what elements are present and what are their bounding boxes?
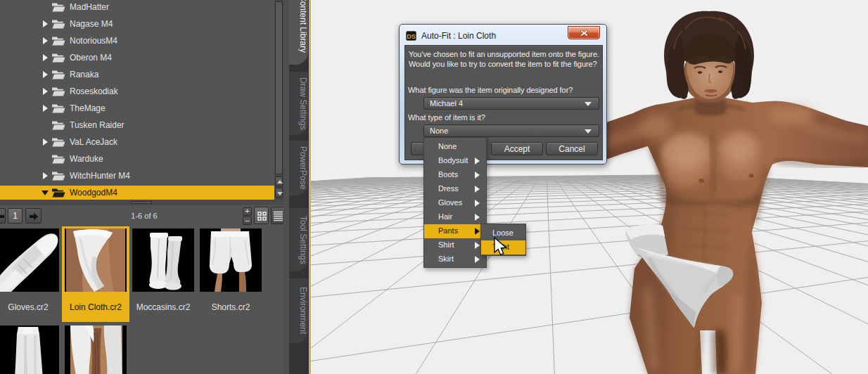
svg-text:DS: DS xyxy=(407,33,416,40)
